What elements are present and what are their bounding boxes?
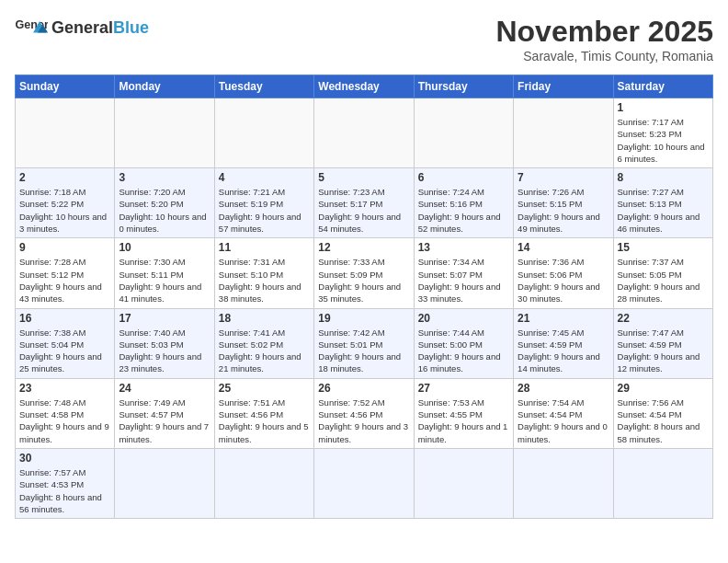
day-info: Sunrise: 7:40 AM Sunset: 5:03 PM Dayligh… <box>119 327 210 375</box>
day-info: Sunrise: 7:57 AM Sunset: 4:53 PM Dayligh… <box>19 466 110 515</box>
calendar-day <box>514 448 613 518</box>
calendar-day <box>613 448 712 518</box>
day-header-thursday: Thursday <box>414 75 513 98</box>
day-number: 18 <box>219 312 310 325</box>
calendar-day: 16Sunrise: 7:38 AM Sunset: 5:04 PM Dayli… <box>16 308 115 378</box>
day-number: 29 <box>618 382 709 395</box>
calendar-day: 25Sunrise: 7:51 AM Sunset: 4:56 PM Dayli… <box>214 378 313 448</box>
calendar-day: 28Sunrise: 7:54 AM Sunset: 4:54 PM Dayli… <box>514 378 613 448</box>
day-number: 25 <box>219 382 310 395</box>
day-number: 5 <box>318 171 409 184</box>
calendar-day <box>115 448 214 518</box>
day-info: Sunrise: 7:45 AM Sunset: 4:59 PM Dayligh… <box>518 327 609 375</box>
day-header-saturday: Saturday <box>613 75 712 98</box>
calendar-day: 11Sunrise: 7:31 AM Sunset: 5:10 PM Dayli… <box>214 238 313 308</box>
calendar-day: 5Sunrise: 7:23 AM Sunset: 5:17 PM Daylig… <box>314 168 414 238</box>
day-info: Sunrise: 7:49 AM Sunset: 4:57 PM Dayligh… <box>119 396 210 445</box>
day-info: Sunrise: 7:21 AM Sunset: 5:19 PM Dayligh… <box>219 186 310 235</box>
day-number: 24 <box>119 382 210 395</box>
month-title: November 2025 <box>495 15 713 49</box>
calendar-day: 29Sunrise: 7:56 AM Sunset: 4:54 PM Dayli… <box>613 378 712 448</box>
day-header-friday: Friday <box>514 75 613 98</box>
day-info: Sunrise: 7:53 AM Sunset: 4:55 PM Dayligh… <box>418 396 509 445</box>
day-number: 21 <box>518 312 609 325</box>
day-number: 11 <box>219 241 310 254</box>
calendar-day: 24Sunrise: 7:49 AM Sunset: 4:57 PM Dayli… <box>115 378 214 448</box>
calendar-day <box>16 98 115 168</box>
day-number: 14 <box>518 241 609 254</box>
day-number: 26 <box>318 382 409 395</box>
day-header-sunday: Sunday <box>16 75 115 98</box>
calendar-day: 30Sunrise: 7:57 AM Sunset: 4:53 PM Dayli… <box>16 448 115 518</box>
logo-general: General <box>51 18 113 37</box>
day-number: 9 <box>19 241 110 254</box>
day-number: 27 <box>418 382 509 395</box>
day-number: 16 <box>19 312 110 325</box>
day-info: Sunrise: 7:24 AM Sunset: 5:16 PM Dayligh… <box>418 186 509 235</box>
day-info: Sunrise: 7:26 AM Sunset: 5:15 PM Dayligh… <box>518 186 609 235</box>
day-header-wednesday: Wednesday <box>314 75 414 98</box>
day-info: Sunrise: 7:37 AM Sunset: 5:05 PM Dayligh… <box>618 256 709 304</box>
day-number: 10 <box>119 241 210 254</box>
calendar-day <box>414 448 513 518</box>
calendar-day <box>314 98 414 168</box>
location-subtitle: Saravale, Timis County, Romania <box>495 49 713 63</box>
day-number: 6 <box>418 171 509 184</box>
day-info: Sunrise: 7:34 AM Sunset: 5:07 PM Dayligh… <box>418 256 509 304</box>
calendar-day: 14Sunrise: 7:36 AM Sunset: 5:06 PM Dayli… <box>514 238 613 308</box>
calendar-day: 3Sunrise: 7:20 AM Sunset: 5:20 PM Daylig… <box>115 168 214 238</box>
day-info: Sunrise: 7:36 AM Sunset: 5:06 PM Dayligh… <box>518 256 609 304</box>
calendar-day: 26Sunrise: 7:52 AM Sunset: 4:56 PM Dayli… <box>314 378 414 448</box>
logo-blue: Blue <box>113 18 149 37</box>
day-number: 22 <box>618 312 709 325</box>
day-info: Sunrise: 7:56 AM Sunset: 4:54 PM Dayligh… <box>618 396 709 445</box>
day-number: 28 <box>518 382 609 395</box>
calendar-day: 6Sunrise: 7:24 AM Sunset: 5:16 PM Daylig… <box>414 168 513 238</box>
calendar-day: 15Sunrise: 7:37 AM Sunset: 5:05 PM Dayli… <box>613 238 712 308</box>
day-info: Sunrise: 7:31 AM Sunset: 5:10 PM Dayligh… <box>219 256 310 304</box>
calendar-day: 22Sunrise: 7:47 AM Sunset: 4:59 PM Dayli… <box>613 308 712 378</box>
calendar-day: 7Sunrise: 7:26 AM Sunset: 5:15 PM Daylig… <box>514 168 613 238</box>
calendar-week-row: 23Sunrise: 7:48 AM Sunset: 4:58 PM Dayli… <box>16 378 713 448</box>
day-number: 13 <box>418 241 509 254</box>
day-info: Sunrise: 7:41 AM Sunset: 5:02 PM Dayligh… <box>219 327 310 375</box>
day-info: Sunrise: 7:33 AM Sunset: 5:09 PM Dayligh… <box>318 256 409 304</box>
day-number: 4 <box>219 171 310 184</box>
day-number: 15 <box>618 241 709 254</box>
calendar-day: 2Sunrise: 7:18 AM Sunset: 5:22 PM Daylig… <box>16 168 115 238</box>
calendar-day: 27Sunrise: 7:53 AM Sunset: 4:55 PM Dayli… <box>414 378 513 448</box>
day-info: Sunrise: 7:51 AM Sunset: 4:56 PM Dayligh… <box>219 396 310 445</box>
day-info: Sunrise: 7:48 AM Sunset: 4:58 PM Dayligh… <box>19 396 110 445</box>
calendar-day: 21Sunrise: 7:45 AM Sunset: 4:59 PM Dayli… <box>514 308 613 378</box>
day-number: 7 <box>518 171 609 184</box>
calendar-day: 10Sunrise: 7:30 AM Sunset: 5:11 PM Dayli… <box>115 238 214 308</box>
title-area: November 2025 Saravale, Timis County, Ro… <box>495 15 713 63</box>
day-number: 12 <box>318 241 409 254</box>
calendar-week-row: 2Sunrise: 7:18 AM Sunset: 5:22 PM Daylig… <box>16 168 713 238</box>
day-info: Sunrise: 7:17 AM Sunset: 5:23 PM Dayligh… <box>618 116 709 165</box>
calendar-day: 9Sunrise: 7:28 AM Sunset: 5:12 PM Daylig… <box>16 238 115 308</box>
day-info: Sunrise: 7:28 AM Sunset: 5:12 PM Dayligh… <box>19 256 110 304</box>
day-info: Sunrise: 7:38 AM Sunset: 5:04 PM Dayligh… <box>19 327 110 375</box>
day-number: 23 <box>19 382 110 395</box>
calendar-day: 18Sunrise: 7:41 AM Sunset: 5:02 PM Dayli… <box>214 308 313 378</box>
day-number: 2 <box>19 171 110 184</box>
calendar-week-row: 16Sunrise: 7:38 AM Sunset: 5:04 PM Dayli… <box>16 308 713 378</box>
calendar-day: 23Sunrise: 7:48 AM Sunset: 4:58 PM Dayli… <box>16 378 115 448</box>
day-info: Sunrise: 7:23 AM Sunset: 5:17 PM Dayligh… <box>318 186 409 235</box>
calendar-header-row: SundayMondayTuesdayWednesdayThursdayFrid… <box>16 75 713 98</box>
day-number: 17 <box>119 312 210 325</box>
day-info: Sunrise: 7:30 AM Sunset: 5:11 PM Dayligh… <box>119 256 210 304</box>
calendar-day <box>414 98 513 168</box>
day-info: Sunrise: 7:47 AM Sunset: 4:59 PM Dayligh… <box>618 327 709 375</box>
day-info: Sunrise: 7:52 AM Sunset: 4:56 PM Dayligh… <box>318 396 409 445</box>
calendar-day: 12Sunrise: 7:33 AM Sunset: 5:09 PM Dayli… <box>314 238 414 308</box>
day-number: 30 <box>19 452 110 465</box>
day-number: 19 <box>318 312 409 325</box>
calendar-week-row: 1Sunrise: 7:17 AM Sunset: 5:23 PM Daylig… <box>16 98 713 168</box>
calendar-day <box>214 98 313 168</box>
calendar-week-row: 9Sunrise: 7:28 AM Sunset: 5:12 PM Daylig… <box>16 238 713 308</box>
day-info: Sunrise: 7:20 AM Sunset: 5:20 PM Dayligh… <box>119 186 210 235</box>
day-number: 8 <box>618 171 709 184</box>
day-info: Sunrise: 7:54 AM Sunset: 4:54 PM Dayligh… <box>518 396 609 445</box>
